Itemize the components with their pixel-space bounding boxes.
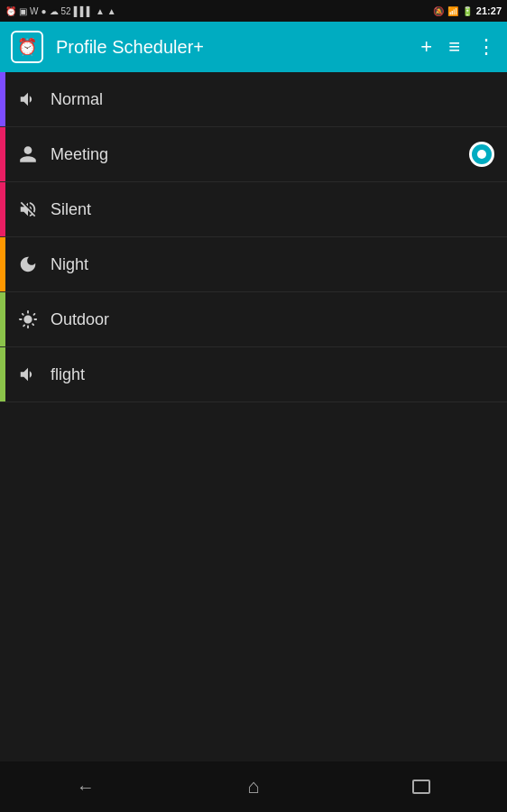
bottom-nav: ← ⌂ [0, 761, 507, 812]
recents-button[interactable] [412, 780, 430, 794]
alarm-status-icon: ⏰ [5, 6, 16, 16]
toolbar-actions: + ≡ ⋮ [420, 37, 496, 57]
profile-item-flight[interactable]: flight [0, 347, 507, 402]
profile-item-normal[interactable]: Normal [0, 72, 507, 127]
weather-status-icon: ☁ [50, 6, 59, 16]
profile-label-night: Night [51, 255, 507, 274]
profile-icon-outdoor [5, 309, 51, 329]
w-status-icon: W [30, 6, 38, 16]
more-button[interactable]: ⋮ [476, 37, 496, 57]
profile-item-outdoor[interactable]: Outdoor [0, 292, 507, 347]
toolbar-title: Profile Scheduler+ [56, 37, 408, 58]
profile-label-flight: flight [51, 365, 507, 384]
app-icon-wrap: ⏰ [11, 31, 43, 63]
app1-status-icon: ● [41, 6, 46, 16]
profile-label-silent: Silent [51, 200, 507, 219]
profile-item-silent[interactable]: Silent [0, 182, 507, 237]
active-indicator-inner-meeting [477, 150, 486, 159]
profile-label-meeting: Meeting [51, 145, 469, 164]
back-button[interactable]: ← [77, 777, 95, 798]
profile-icon-night [5, 254, 51, 274]
status-bar: ⏰ ▣ W ● ☁ 52 ▌▌▌ ▲ ▲ 🔕 📶 🔋 21:27 [0, 0, 507, 22]
active-indicator-meeting [469, 142, 494, 167]
toolbar: ⏰ Profile Scheduler+ + ≡ ⋮ [0, 22, 507, 72]
profile-item-night[interactable]: Night [0, 237, 507, 292]
profile-label-outdoor: Outdoor [51, 310, 507, 329]
status-bar-left: ⏰ ▣ W ● ☁ 52 ▌▌▌ ▲ ▲ [5, 6, 116, 16]
app-icon: ⏰ [17, 37, 37, 57]
battery-pct-icon: 52 [61, 6, 71, 16]
signal1-icon: ▲ [96, 6, 105, 16]
profile-item-meeting[interactable]: Meeting [0, 127, 507, 182]
add-button[interactable]: + [420, 37, 432, 57]
profile-list: NormalMeetingSilentNightOutdoorflight [0, 72, 507, 402]
profile-icon-silent [5, 199, 51, 219]
sim-status-icon: ▣ [19, 6, 27, 16]
home-button[interactable]: ⌂ [247, 775, 259, 798]
wifi-icon: 📶 [447, 6, 458, 16]
mute-icon: 🔕 [433, 6, 444, 16]
battery-icon: 🔋 [462, 6, 473, 16]
signal2-icon: ▲ [107, 6, 116, 16]
profile-icon-flight [5, 364, 51, 384]
profile-label-normal: Normal [51, 90, 507, 109]
status-time: 21:27 [476, 5, 502, 16]
profile-icon-meeting [5, 144, 51, 164]
battery-bars-icon: ▌▌▌ [74, 6, 93, 16]
status-bar-right: 🔕 📶 🔋 21:27 [433, 5, 502, 16]
profile-icon-normal [5, 89, 51, 109]
list-button[interactable]: ≡ [448, 37, 460, 57]
